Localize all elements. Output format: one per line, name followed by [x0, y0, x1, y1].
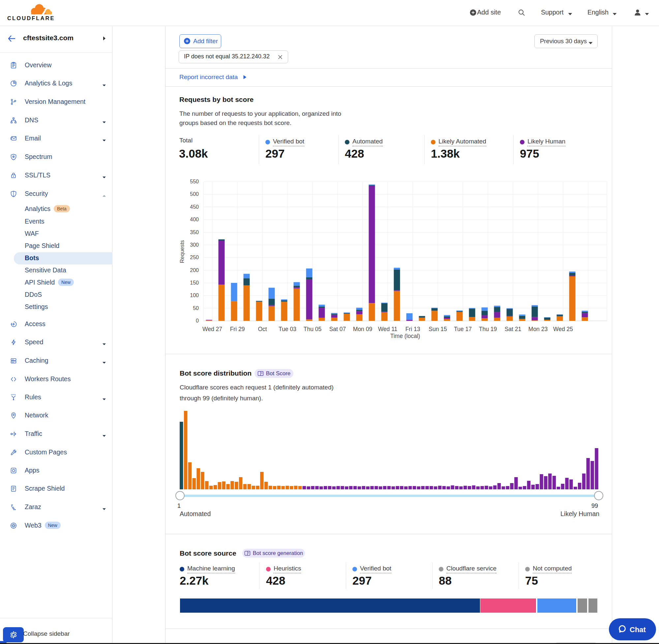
svg-text:Thu 05: Thu 05: [304, 326, 322, 332]
svg-text:Thu 19: Thu 19: [479, 326, 497, 332]
svg-text:150: 150: [190, 280, 199, 285]
svg-text:250: 250: [190, 255, 199, 260]
svg-text:350: 350: [190, 230, 199, 235]
svg-text:Sun 15: Sun 15: [428, 326, 447, 332]
svg-text:Fri 13: Fri 13: [405, 326, 420, 332]
svg-text:500: 500: [190, 191, 199, 197]
svg-text:Tue 03: Tue 03: [279, 326, 297, 332]
svg-text:Sat 07: Sat 07: [329, 326, 346, 332]
svg-text:Time (local): Time (local): [390, 333, 420, 339]
svg-text:200: 200: [190, 268, 199, 273]
svg-text:Mon 09: Mon 09: [353, 326, 372, 332]
svg-text:300: 300: [190, 242, 199, 248]
svg-text:Fri 29: Fri 29: [230, 326, 245, 332]
svg-text:Tue 17: Tue 17: [454, 326, 472, 332]
svg-text:Wed 27: Wed 27: [203, 326, 222, 332]
svg-text:400: 400: [190, 217, 199, 222]
svg-text:Requests: Requests: [179, 240, 185, 263]
svg-text:Sat 21: Sat 21: [505, 326, 521, 332]
svg-text:550: 550: [190, 179, 199, 184]
svg-text:Wed 25: Wed 25: [553, 326, 573, 332]
svg-text:100: 100: [190, 293, 199, 298]
svg-text:Mon 23: Mon 23: [528, 326, 547, 332]
svg-text:0: 0: [196, 318, 199, 323]
svg-text:50: 50: [193, 305, 199, 311]
svg-text:450: 450: [190, 204, 199, 210]
svg-text:Oct: Oct: [258, 326, 267, 332]
svg-text:Wed 11: Wed 11: [378, 326, 398, 332]
